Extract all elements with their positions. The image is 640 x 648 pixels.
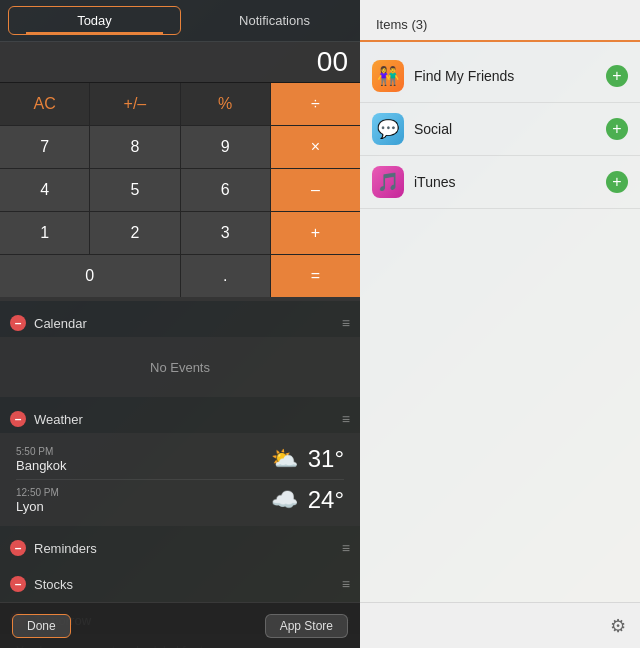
calendar-widget: Calendar ≡ No Events [0,309,360,397]
calc-btn-percent[interactable]: % [181,83,270,125]
items-bottom-bar: ⚙ [360,602,640,648]
stocks-widget: Stocks ≡ [0,570,360,598]
stocks-widget-header: Stocks ≡ [0,570,360,598]
calculator-display: 00 [0,42,360,82]
calc-btn-divide[interactable]: ÷ [271,83,360,125]
weather-widget: Weather ≡ 5:50 PM Bangkok ⛅ 31° 12:50 PM… [0,405,360,526]
list-item-findmyfriends: 👫 Find My Friends [360,50,640,103]
nc-bottom-bar: Done App Store [0,602,360,648]
weather-icon-bangkok: ⛅ [271,446,298,472]
weather-temp-bangkok: 31° [308,445,344,473]
calc-btn-equals[interactable]: = [271,255,360,297]
calc-btn-decimal[interactable]: . [181,255,270,297]
weather-widget-title: Weather [34,412,83,427]
calendar-remove-button[interactable] [10,315,26,331]
stocks-remove-button[interactable] [10,576,26,592]
reminders-drag-handle[interactable]: ≡ [342,540,350,556]
calc-btn-6[interactable]: 6 [181,169,270,211]
weather-row-bangkok: 5:50 PM Bangkok ⛅ 31° [16,439,344,480]
calc-btn-add[interactable]: + [271,212,360,254]
tab-notifications-label: Notifications [239,13,310,28]
weather-info-lyon: 12:50 PM Lyon [16,487,261,514]
calendar-widget-title: Calendar [34,316,87,331]
tab-today-label: Today [77,13,112,28]
appstore-button[interactable]: App Store [265,614,348,638]
weather-city-bangkok: Bangkok [16,458,261,473]
tab-today[interactable]: Today [8,6,181,35]
weather-drag-handle[interactable]: ≡ [342,411,350,427]
notification-center-panel: Today Notifications 00 AC +/– % ÷ 7 8 9 … [0,0,360,648]
weather-row-lyon: 12:50 PM Lyon ☁️ 24° [16,480,344,520]
findmyfriends-label: Find My Friends [414,68,606,84]
weather-widget-body: 5:50 PM Bangkok ⛅ 31° 12:50 PM Lyon ☁️ 2… [0,433,360,526]
weather-time-bangkok: 5:50 PM [16,446,261,457]
calc-btn-1[interactable]: 1 [0,212,89,254]
itunes-label: iTunes [414,174,606,190]
weather-temp-lyon: 24° [308,486,344,514]
calendar-drag-handle[interactable]: ≡ [342,315,350,331]
list-item-social: 💬 Social [360,103,640,156]
calendar-no-events: No Events [150,360,210,375]
weather-city-lyon: Lyon [16,499,261,514]
calc-btn-multiply[interactable]: × [271,126,360,168]
calculator-widget: 00 AC +/– % ÷ 7 8 9 × 4 5 6 – 1 2 3 [0,42,360,301]
calendar-widget-header: Calendar ≡ [0,309,360,337]
calc-btn-5[interactable]: 5 [90,169,179,211]
done-button[interactable]: Done [12,614,71,638]
calc-btn-subtract[interactable]: – [271,169,360,211]
reminders-widget: Reminders ≡ [0,534,360,562]
social-add-button[interactable] [606,118,628,140]
tab-notifications[interactable]: Notifications [189,0,360,41]
calc-btn-8[interactable]: 8 [90,126,179,168]
items-tab-bar: Items (3) [360,0,640,42]
nc-content-area[interactable]: 00 AC +/– % ÷ 7 8 9 × 4 5 6 – 1 2 3 [0,42,360,648]
stocks-widget-title: Stocks [34,577,73,592]
calc-btn-plusminus[interactable]: +/– [90,83,179,125]
reminders-remove-button[interactable] [10,540,26,556]
itunes-add-button[interactable] [606,171,628,193]
calc-btn-2[interactable]: 2 [90,212,179,254]
calendar-widget-body: No Events [0,337,360,397]
calc-btn-ac[interactable]: AC [0,83,89,125]
social-icon: 💬 [372,113,404,145]
items-tab-label: Items (3) [376,17,427,40]
calc-btn-4[interactable]: 4 [0,169,89,211]
calculator-buttons: AC +/– % ÷ 7 8 9 × 4 5 6 – 1 2 3 + 0 [0,82,360,297]
calc-btn-0[interactable]: 0 [0,255,180,297]
items-panel: Items (3) 👫 Find My Friends 💬 Social 🎵 i… [360,0,640,648]
findmyfriends-add-button[interactable] [606,65,628,87]
list-item-itunes: 🎵 iTunes [360,156,640,209]
weather-icon-lyon: ☁️ [271,487,298,513]
weather-info-bangkok: 5:50 PM Bangkok [16,446,261,473]
reminders-widget-title: Reminders [34,541,97,556]
items-list: 👫 Find My Friends 💬 Social 🎵 iTunes [360,42,640,602]
weather-remove-button[interactable] [10,411,26,427]
stocks-drag-handle[interactable]: ≡ [342,576,350,592]
gear-icon[interactable]: ⚙ [610,615,626,637]
calc-btn-7[interactable]: 7 [0,126,89,168]
calc-btn-3[interactable]: 3 [181,212,270,254]
findmyfriends-icon: 👫 [372,60,404,92]
weather-time-lyon: 12:50 PM [16,487,261,498]
calc-btn-9[interactable]: 9 [181,126,270,168]
itunes-icon: 🎵 [372,166,404,198]
weather-widget-header: Weather ≡ [0,405,360,433]
tab-bar: Today Notifications [0,0,360,42]
social-label: Social [414,121,606,137]
reminders-widget-header: Reminders ≡ [0,534,360,562]
